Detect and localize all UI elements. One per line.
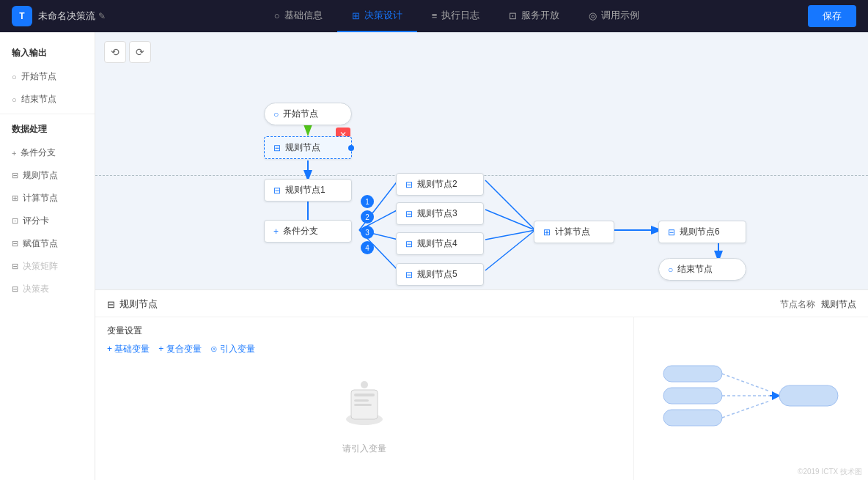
rule6-icon: ⊟	[668, 227, 675, 237]
app-logo: T	[12, 6, 32, 26]
svg-rect-20	[663, 388, 722, 404]
node-start[interactable]: ○ 开始节点	[264, 103, 352, 125]
node-calc[interactable]: ⊞ 计算节点	[534, 221, 614, 243]
sidebar-item-end[interactable]: ○ 结束节点	[0, 88, 95, 111]
variables-empty-state: 请引入变量	[107, 364, 622, 470]
bottom-panel-body: 变量设置 + 基础变量 + 复合变量 ⊙ 引入变量	[95, 317, 868, 480]
watermark: ©2019 ICTX 技术图	[798, 467, 862, 477]
import-var-button[interactable]: ⊙ 引入变量	[210, 343, 255, 355]
condition-icon: +	[273, 226, 279, 237]
sidebar-item-condition[interactable]: + 条件分支	[0, 141, 95, 164]
flow-canvas[interactable]: ⟲ ⟳	[95, 32, 868, 289]
sidebar-item-assign[interactable]: ⊟ 赋值节点	[0, 232, 95, 255]
main-layout: 输入输出 ○ 开始节点 ○ 结束节点 数据处理 + 条件分支 ⊟ 规则节点 ⊞ …	[0, 32, 868, 480]
edit-title-icon[interactable]: ✎	[98, 11, 106, 21]
top-navigation: T 未命名决策流 ✎ ○ 基础信息 ⊞ 决策设计 ≡ 执行日志 ⊡ 服务开放 ◎…	[0, 0, 868, 32]
node-end[interactable]: ○ 结束节点	[658, 258, 746, 281]
node-rule[interactable]: ⊟ 规则节点	[264, 136, 352, 159]
svg-rect-26	[779, 385, 838, 406]
svg-rect-21	[663, 410, 722, 426]
variables-panel: 变量设置 + 基础变量 + 复合变量 ⊙ 引入变量	[95, 317, 633, 480]
app-title: 未命名决策流	[38, 10, 95, 23]
tab-service[interactable]: ⊡ 服务开放	[494, 0, 574, 32]
svg-line-7	[485, 180, 535, 230]
canvas-toolbar: ⟲ ⟳	[104, 41, 151, 63]
rule1-icon: ⊟	[273, 185, 281, 196]
sidebar-section-io: 输入输出	[0, 41, 95, 65]
canvas-area: ⟲ ⟳	[95, 32, 868, 480]
rule-icon: ⊟	[12, 171, 18, 180]
node-rule5[interactable]: ⊟ 规则节点5	[396, 263, 484, 286]
branch-label-3: 3	[361, 226, 374, 239]
branch-label-1: 1	[361, 195, 374, 208]
sidebar-item-start[interactable]: ○ 开始节点	[0, 65, 95, 88]
bottom-panel-header: ⊟ 规则节点 节点名称 规则节点	[95, 290, 868, 317]
tab-example[interactable]: ◎ 调用示例	[574, 0, 654, 32]
bottom-panel-node-name: 节点名称 规则节点	[780, 298, 856, 311]
node-rule4[interactable]: ⊟ 规则节点4	[396, 232, 484, 255]
rule2-icon: ⊟	[405, 180, 413, 190]
example-icon: ◎	[589, 10, 597, 21]
sidebar-item-score[interactable]: ⊡ 评分卡	[0, 210, 95, 232]
sidebar-item-table: ⊟ 决策表	[0, 278, 95, 300]
rule-diagram	[656, 344, 847, 454]
calc-node-icon: ⊞	[543, 227, 551, 237]
basic-icon: ○	[274, 10, 280, 21]
sidebar: 输入输出 ○ 开始节点 ○ 结束节点 数据处理 + 条件分支 ⊟ 规则节点 ⊞ …	[0, 32, 95, 480]
panel-title-icon: ⊟	[107, 299, 115, 310]
variables-title: 变量设置	[107, 325, 622, 337]
rule5-icon: ⊟	[405, 270, 413, 280]
matrix-icon: ⊟	[12, 262, 18, 271]
sidebar-item-matrix: ⊟ 决策矩阵	[0, 255, 95, 278]
redo-button[interactable]: ⟳	[129, 41, 151, 63]
sidebar-section-data: 数据处理	[0, 117, 95, 141]
score-icon: ⊡	[12, 216, 18, 226]
rule-node-icon: ⊟	[273, 143, 281, 153]
add-basic-var-button[interactable]: + 基础变量	[107, 343, 150, 355]
tab-log[interactable]: ≡ 执行日志	[417, 0, 495, 32]
bottom-panel: ⊟ 规则节点 节点名称 规则节点 变量设置 + 基础变量 + 复合变量 ⊙ 引入…	[95, 289, 868, 480]
calc-icon: ⊞	[12, 193, 18, 203]
svg-rect-16	[354, 399, 369, 402]
service-icon: ⊡	[509, 10, 517, 21]
nav-tabs: ○ 基础信息 ⊞ 决策设计 ≡ 执行日志 ⊡ 服务开放 ◎ 调用示例	[260, 0, 654, 32]
svg-line-22	[722, 374, 770, 391]
empty-illustration	[335, 379, 394, 437]
sidebar-item-calc[interactable]: ⊞ 计算节点	[0, 187, 95, 210]
svg-line-24	[722, 401, 770, 418]
svg-line-10	[485, 230, 535, 270]
node-rule1[interactable]: ⊟ 规则节点1	[264, 179, 352, 202]
svg-line-9	[485, 230, 535, 240]
design-icon: ⊞	[352, 10, 360, 21]
svg-line-8	[485, 210, 535, 230]
circle-icon: ○	[12, 73, 17, 81]
rule4-icon: ⊟	[405, 239, 413, 249]
branch-label-2: 2	[361, 210, 374, 224]
end-icon: ○	[668, 265, 673, 275]
tab-basic[interactable]: ○ 基础信息	[260, 0, 337, 32]
svg-rect-19	[663, 366, 722, 382]
node-condition[interactable]: + 条件分支	[264, 220, 352, 243]
variables-actions: + 基础变量 + 复合变量 ⊙ 引入变量	[107, 343, 622, 355]
tab-design[interactable]: ⊞ 决策设计	[337, 0, 417, 32]
bottom-panel-title: ⊟ 规则节点	[107, 298, 158, 311]
node-rule2[interactable]: ⊟ 规则节点2	[396, 173, 484, 196]
node-connector-dot	[348, 145, 354, 151]
diagram-panel	[633, 317, 868, 480]
svg-rect-15	[354, 394, 375, 396]
undo-button[interactable]: ⟲	[104, 41, 126, 63]
branch-label-4: 4	[361, 241, 374, 254]
sidebar-divider	[0, 114, 95, 114]
svg-rect-17	[354, 404, 372, 406]
rule3-icon: ⊟	[405, 209, 413, 219]
circle-icon-end: ○	[12, 95, 17, 104]
svg-point-18	[361, 381, 368, 388]
save-button[interactable]: 保存	[808, 5, 856, 27]
assign-icon: ⊟	[12, 239, 18, 248]
sidebar-item-rule[interactable]: ⊟ 规则节点	[0, 164, 95, 187]
log-icon: ≡	[432, 10, 438, 21]
node-rule6[interactable]: ⊟ 规则节点6	[658, 221, 746, 243]
plus-icon: +	[12, 149, 16, 158]
add-composite-var-button[interactable]: + 复合变量	[158, 343, 201, 355]
node-rule3[interactable]: ⊟ 规则节点3	[396, 202, 484, 225]
